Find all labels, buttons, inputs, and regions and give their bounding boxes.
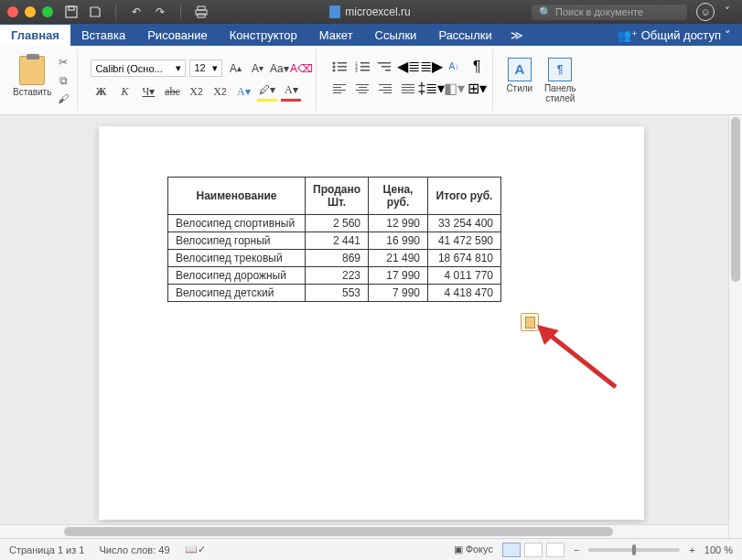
tab-links[interactable]: Ссылки [364,25,428,46]
redo-icon[interactable]: ↷ [153,5,167,19]
paste-label: Вставить [13,87,51,97]
superscript-button[interactable]: X2 [210,83,230,102]
table-row[interactable]: Велосипед дорожный22317 9904 011 770 [168,267,501,285]
print-layout-view[interactable] [502,543,521,557]
spellcheck-icon[interactable]: 📖✓ [185,544,206,555]
col-sold[interactable]: Продано Шт. [306,178,369,215]
tab-home[interactable]: Главная [0,25,70,46]
change-case-button[interactable]: Aa▾ [270,59,288,78]
tab-design[interactable]: Конструктор [219,25,308,46]
minimize-window-button[interactable] [25,6,36,17]
copy-button[interactable]: ⧉ [55,74,71,87]
col-total[interactable]: Итого руб. [428,178,501,215]
highlight-button[interactable]: 🖊▾ [257,83,277,102]
zoom-slider[interactable] [588,548,680,552]
page[interactable]: Наименование Продано Шт. Цена, руб. Итог… [99,126,644,520]
maximize-window-button[interactable] [42,6,53,17]
autosave-icon[interactable] [64,5,79,19]
paste-button[interactable]: Вставить [13,56,51,97]
undo-icon[interactable]: ↶ [129,5,144,19]
page-indicator[interactable]: Страница 1 из 1 [9,544,84,555]
web-layout-view[interactable] [524,543,543,557]
align-right-button[interactable] [375,81,395,97]
scroll-thumb[interactable] [64,527,613,536]
zoom-in-button[interactable]: + [689,544,694,555]
shrink-font-button[interactable]: A▾ [248,59,266,78]
styles-icon: A [508,58,532,81]
borders-button[interactable]: ⊞▾ [467,81,487,97]
grow-font-button[interactable]: A▴ [226,59,244,78]
styles-panel-label: Панель стилей [540,83,580,103]
zoom-out-button[interactable]: − [574,544,579,555]
zoom-thumb[interactable] [632,544,636,555]
ribbon-toggle-icon[interactable]: ˅ [720,5,735,19]
font-color-button[interactable]: A▾ [281,83,301,102]
svg-point-5 [333,61,336,64]
justify-button[interactable] [398,81,418,97]
print-icon[interactable] [194,5,209,19]
underline-button[interactable]: Ч▾ [138,83,158,102]
styles-group: A Стили ¶ Панель стилей [500,49,586,111]
bold-button[interactable]: Ж [91,83,111,102]
font-size-select[interactable]: 12▾ [189,59,222,77]
increase-indent-button[interactable]: ≣▶ [421,59,441,75]
italic-button[interactable]: К [114,83,134,102]
font-name-select[interactable]: Calibri (Осно...▾ [91,59,186,77]
window-controls [7,6,53,17]
save-icon[interactable] [88,5,102,19]
cut-button[interactable]: ✂ [55,56,71,69]
table-header-row: Наименование Продано Шт. Цена, руб. Итог… [168,178,501,215]
tab-draw[interactable]: Рисование [136,25,218,46]
tab-layout[interactable]: Макет [308,25,364,46]
focus-mode-button[interactable]: ▣ Фокус [454,544,493,555]
tab-insert[interactable]: Вставка [70,25,136,46]
svg-rect-8 [338,66,347,68]
table-row[interactable]: Велосипед детский5537 9904 418 470 [168,285,501,302]
table-row[interactable]: Велосипед спортивный2 56012 99033 254 40… [168,215,501,232]
numbering-button[interactable]: 123 [352,59,372,75]
subscript-button[interactable]: X2 [186,83,206,102]
zoom-level[interactable]: 100 % [704,544,733,555]
show-marks-button[interactable]: ¶ [467,59,487,75]
align-left-button[interactable] [329,81,349,97]
col-price[interactable]: Цена, руб. [369,178,428,215]
outline-view[interactable] [546,543,565,557]
paste-options-button[interactable] [521,313,539,331]
tab-mail[interactable]: Рассылки [427,25,502,46]
styles-button[interactable]: A Стили [506,58,532,103]
tab-more[interactable]: ≫ [503,25,531,46]
word-count[interactable]: Число слов: 49 [99,544,169,555]
table-row[interactable]: Велосипед трековый86921 49018 674 810 [168,250,501,267]
bullets-button[interactable] [329,59,349,75]
user-avatar[interactable]: ☺ [696,3,715,21]
sort-button[interactable]: A↓ [444,59,464,75]
col-name[interactable]: Наименование [168,178,306,215]
share-button[interactable]: 👥⁺ Общий доступ ˅ [606,25,742,46]
svg-point-9 [333,69,336,71]
shading-button[interactable]: ◧▾ [444,81,464,97]
text-effects-button[interactable]: A▾ [233,83,253,102]
scroll-thumb[interactable] [731,117,740,282]
clipboard-group: Вставить ✂ ⧉ 🖌 [7,49,78,111]
word-doc-icon [329,5,340,18]
data-table[interactable]: Наименование Продано Шт. Цена, руб. Итог… [167,177,501,302]
chevron-down-icon: ˅ [725,28,731,42]
table-row[interactable]: Велосипед горный2 44116 99041 472 590 [168,232,501,250]
format-painter-button[interactable]: 🖌 [55,92,71,105]
decrease-indent-button[interactable]: ◀≣ [398,59,418,75]
chevron-down-icon: ▾ [212,62,218,74]
search-input[interactable]: 🔍 Поиск в документе [532,5,687,20]
styles-panel-button[interactable]: ¶ Панель стилей [540,58,580,103]
align-center-button[interactable] [352,81,372,97]
view-buttons [502,543,565,557]
ribbon-tabs: Главная Вставка Рисование Конструктор Ма… [0,24,742,46]
vertical-scrollbar[interactable] [728,115,742,538]
clear-formatting-button[interactable]: A⌫ [292,59,310,78]
line-spacing-button[interactable]: ‡≣▾ [421,81,441,97]
styles-panel-icon: ¶ [548,58,572,81]
multilevel-list-button[interactable] [375,59,395,75]
document-title: microexcel.ru [209,5,532,18]
strikethrough-button[interactable]: abc [162,83,182,102]
horizontal-scrollbar[interactable] [0,524,728,538]
close-window-button[interactable] [7,6,18,17]
